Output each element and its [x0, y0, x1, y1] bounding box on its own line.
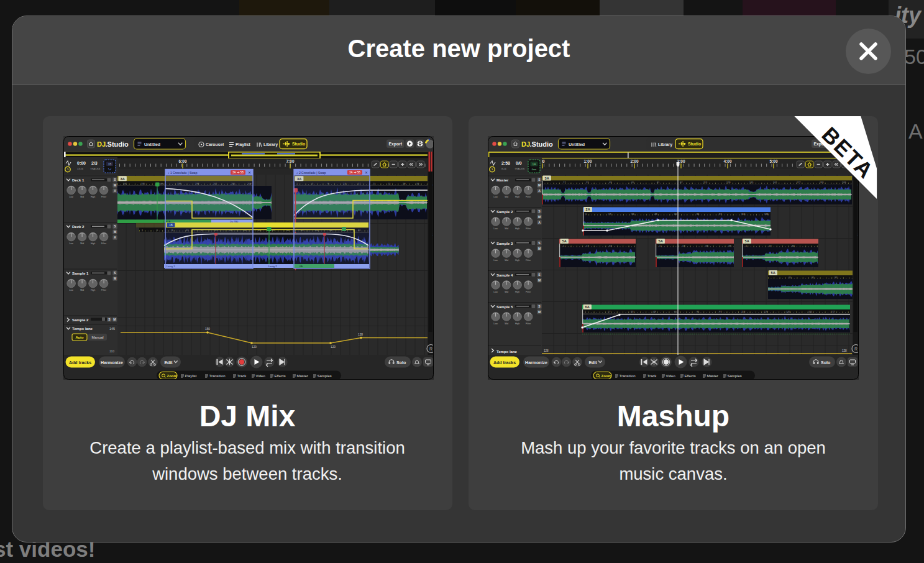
svg-text:Zoom: Zoom [601, 374, 611, 378]
svg-text:A: A [114, 189, 116, 193]
svg-text:181: 181 [123, 182, 127, 185]
svg-text:Solo: Solo [821, 360, 830, 365]
svg-text:3A: 3A [120, 177, 124, 181]
svg-text:161: 161 [808, 310, 813, 313]
svg-text:81: 81 [812, 276, 814, 279]
svg-text:Low: Low [69, 289, 73, 291]
svg-text:33: 33 [792, 244, 794, 247]
svg-text:Filter: Filter [101, 196, 107, 198]
svg-text:97: 97 [719, 310, 721, 313]
svg-text:High: High [515, 323, 519, 325]
svg-text:R: R [429, 347, 432, 351]
svg-text:High: High [515, 259, 519, 262]
svg-text:✕: ✕ [247, 171, 250, 175]
svg-text:1: 1 [142, 229, 143, 232]
svg-text:1B: 1B [107, 163, 111, 166]
svg-text:150: 150 [205, 327, 210, 331]
svg-text:Filter: Filter [526, 259, 531, 262]
svg-text:Video: Video [666, 374, 675, 378]
svg-text:Filter: Filter [526, 291, 531, 293]
svg-text:33: 33 [705, 244, 708, 247]
svg-text:Deck 1: Deck 1 [72, 178, 85, 182]
svg-text:Auto: Auto [75, 336, 84, 339]
svg-text:1: 1 [659, 244, 661, 247]
svg-text:Sample 5: Sample 5 [496, 305, 513, 309]
svg-text:.Studio: .Studio [105, 140, 129, 148]
svg-text:Sample 2: Sample 2 [72, 318, 89, 322]
svg-text:Master: Master [707, 374, 718, 378]
svg-text:Samples: Samples [317, 374, 331, 378]
svg-text:2/3: 2/3 [91, 161, 98, 165]
svg-text:33: 33 [416, 182, 419, 185]
svg-text:120: 120 [331, 346, 336, 349]
svg-text:Low: Low [69, 242, 73, 245]
svg-text:Mid: Mid [80, 289, 84, 291]
svg-text:128: 128 [842, 349, 847, 352]
svg-text:Video: Video [255, 374, 265, 378]
svg-text:Mid: Mid [505, 291, 508, 293]
svg-text:A: A [114, 236, 116, 239]
svg-text:M: M [537, 310, 540, 314]
svg-text:177: 177 [831, 310, 835, 313]
svg-text:Add tracks: Add tracks [68, 360, 91, 365]
svg-text:Effects: Effects [274, 374, 285, 378]
svg-text:Mid: Mid [505, 259, 508, 262]
svg-text:Mid: Mid [80, 242, 84, 245]
svg-text:Tempo lane: Tempo lane [72, 327, 93, 331]
svg-text:65: 65 [674, 310, 677, 313]
svg-text:M: M [537, 278, 540, 282]
svg-text:Low: Low [493, 291, 498, 293]
svg-text:Sample 4: Sample 4 [496, 273, 513, 277]
svg-text:Mid: Mid [80, 196, 84, 198]
svg-text:Manual: Manual [91, 336, 103, 339]
svg-text:113: 113 [741, 310, 745, 313]
svg-text:Untitled: Untitled [144, 142, 160, 147]
svg-text:185: 185 [141, 182, 145, 185]
svg-text:110: 110 [109, 349, 114, 353]
svg-text:M: M [537, 247, 540, 250]
svg-text:5B: 5B [240, 171, 244, 174]
svg-text:1: 1 [585, 310, 586, 313]
svg-text:17: 17 [682, 244, 685, 247]
svg-text:M: M [113, 277, 116, 280]
svg-text:Filter: Filter [526, 323, 531, 325]
svg-text:120: 120 [252, 346, 257, 349]
svg-text:29: 29 [403, 182, 405, 185]
svg-text:145: 145 [109, 327, 115, 331]
svg-text:3A: 3A [349, 171, 354, 174]
svg-text:High: High [90, 242, 94, 245]
svg-text:Low: Low [493, 323, 498, 325]
svg-text:High: High [515, 291, 519, 293]
svg-text:33: 33 [631, 310, 633, 313]
svg-text:R: R [854, 347, 857, 351]
svg-text:Studio: Studio [292, 142, 305, 146]
svg-text:49: 49 [728, 244, 731, 247]
svg-text:Playlist: Playlist [185, 374, 196, 378]
svg-text:5: 5 [157, 229, 158, 232]
svg-text:Track: Track [237, 374, 247, 378]
svg-text:Solo: Solo [396, 360, 406, 365]
svg-text:Track: Track [647, 374, 657, 378]
svg-text:Sample 3: Sample 3 [496, 242, 513, 245]
svg-text:Master: Master [296, 374, 308, 378]
svg-text:Samples: Samples [727, 374, 741, 378]
svg-text:5A: 5A [771, 271, 775, 275]
svg-text:65: 65 [789, 276, 791, 279]
svg-text:1: 1 [563, 244, 564, 247]
svg-text:6:00: 6:00 [178, 159, 186, 163]
svg-text:81: 81 [697, 310, 699, 313]
svg-text:21: 21 [373, 182, 375, 185]
svg-text:13:26: 13:26 [77, 167, 84, 170]
svg-text:Playlist: Playlist [236, 142, 251, 147]
svg-text:Lavig 2: Lavig 2 [268, 265, 277, 268]
svg-text:♪ 1 Crossfade | Swap: ♪ 1 Crossfade | Swap [168, 171, 198, 175]
svg-text:3A: 3A [232, 171, 237, 174]
svg-text:5B: 5B [357, 171, 360, 174]
svg-text:25: 25 [388, 182, 390, 185]
svg-text:Export: Export [388, 142, 402, 147]
svg-text:Transition: Transition [619, 374, 635, 378]
svg-text:Edit: Edit [164, 360, 173, 365]
svg-text:17: 17 [586, 244, 588, 247]
svg-text:M: M [113, 183, 116, 187]
svg-text:Harmonize: Harmonize [525, 360, 547, 365]
